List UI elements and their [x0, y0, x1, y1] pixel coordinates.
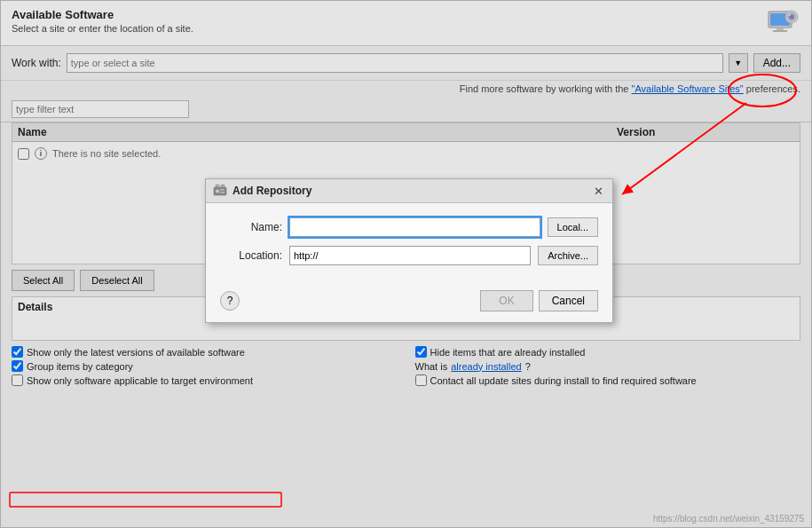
- dialog-location-row: Location: Archive...: [220, 246, 598, 265]
- ok-button[interactable]: OK: [480, 290, 532, 311]
- cancel-button[interactable]: Cancel: [539, 290, 598, 311]
- dialog-location-label: Location:: [220, 249, 282, 262]
- svg-rect-12: [216, 185, 219, 187]
- archive-button[interactable]: Archive...: [538, 246, 598, 265]
- main-panel: Available Software Select a site or ente…: [0, 0, 812, 528]
- svg-rect-11: [220, 192, 225, 193]
- dialog-body: Name: Local... Location: Archive...: [206, 203, 612, 285]
- dialog-title-text: Add Repository: [233, 185, 311, 197]
- dialog-name-label: Name:: [220, 221, 282, 233]
- dialog-titlebar: Add Repository ✕: [206, 179, 612, 203]
- dialog-title-left: Add Repository: [213, 184, 311, 198]
- svg-rect-13: [221, 185, 225, 187]
- dialog-name-input[interactable]: [289, 217, 540, 237]
- add-repository-dialog: Add Repository ✕ Name: Local... Location…: [205, 178, 613, 323]
- dialog-close-button[interactable]: ✕: [592, 185, 605, 198]
- dialog-location-input[interactable]: [289, 246, 531, 265]
- svg-rect-10: [220, 189, 225, 191]
- svg-point-9: [216, 190, 219, 193]
- dialog-footer: ? OK Cancel: [206, 285, 612, 322]
- dialog-title-icon: [213, 184, 227, 198]
- local-button[interactable]: Local...: [548, 217, 598, 237]
- help-button[interactable]: ?: [220, 291, 240, 311]
- dialog-name-row: Name: Local...: [220, 217, 598, 237]
- dialog-footer-right: OK Cancel: [480, 290, 598, 311]
